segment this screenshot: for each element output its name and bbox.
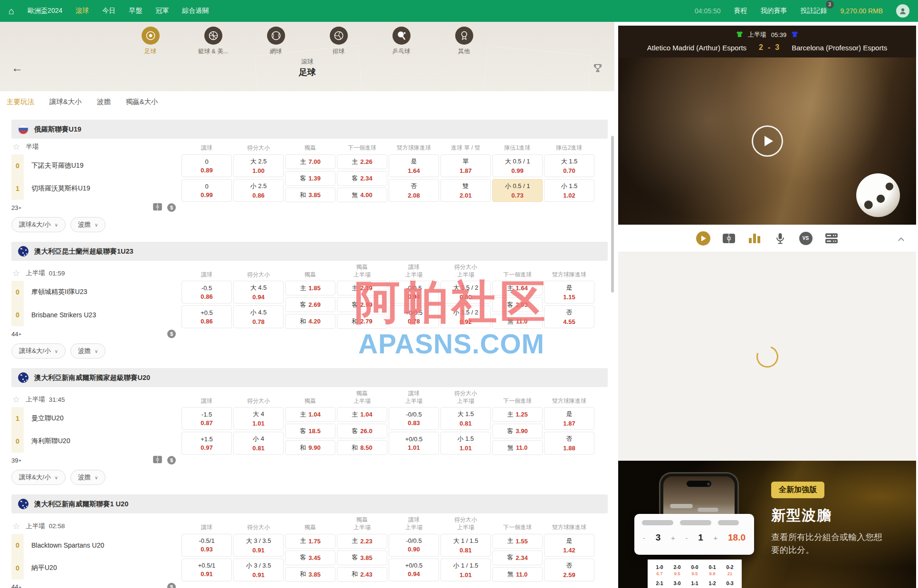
trophy-icon[interactable] xyxy=(581,63,603,73)
home-icon[interactable]: ⌂ xyxy=(9,6,14,17)
user-avatar[interactable] xyxy=(896,4,909,18)
team-name[interactable]: 納平U20 xyxy=(31,557,104,579)
market-tab-3[interactable]: 獨贏&大小 xyxy=(126,97,158,106)
odds-cell[interactable]: 主1.04 xyxy=(337,407,387,422)
match-minute[interactable]: 44▸ xyxy=(11,583,21,588)
odds-cell[interactable]: 主1.55 xyxy=(492,534,543,549)
match-minute[interactable]: 39▸ xyxy=(11,457,21,464)
odds-cell[interactable]: +0/0.51.01 xyxy=(389,432,439,455)
home-plus-button[interactable]: + xyxy=(671,534,675,542)
odds-cell[interactable]: 客2.69 xyxy=(285,297,335,312)
odds-cell[interactable]: 是1.15 xyxy=(544,281,594,303)
sport-tab-soccer[interactable]: 足球 xyxy=(130,27,171,56)
team-name[interactable]: Brisbane Strikers U23 xyxy=(31,303,96,326)
scrollbar-thumb[interactable] xyxy=(611,136,614,293)
team-name[interactable]: 切塔羅沃莫斯科U19 xyxy=(31,177,90,200)
odds-cell[interactable]: 主1.04 xyxy=(285,407,335,422)
odds-cell[interactable]: 客2.34 xyxy=(337,171,387,186)
favorite-star-icon[interactable]: ☆ xyxy=(12,142,20,152)
odds-cell[interactable]: 主1.25 xyxy=(492,407,543,422)
sport-tab-basketball[interactable]: 籃球 & 美... xyxy=(193,27,234,56)
odds-cell[interactable]: 小 2.50.86 xyxy=(233,179,284,202)
commentary-mic-icon[interactable] xyxy=(773,231,788,246)
nav-item-1[interactable]: 滾球 xyxy=(76,7,89,15)
odds-cell[interactable]: 主1.75 xyxy=(285,534,335,549)
sport-tab-other-sport[interactable]: 其他 xyxy=(444,27,485,56)
odds-cell[interactable]: 否2.59 xyxy=(544,559,594,581)
nav-item-0[interactable]: 歐洲盃2024 xyxy=(28,7,62,15)
odds-cell[interactable]: 大 1 / 1.50.81 xyxy=(440,534,491,557)
team-name[interactable]: 摩頓城精英II隊U23 xyxy=(31,281,96,303)
market-dropdown[interactable]: 波膽∨ xyxy=(70,217,105,232)
odds-cell[interactable]: 客2.99 xyxy=(337,297,387,312)
pitch-view-icon[interactable] xyxy=(721,231,736,246)
odds-cell[interactable]: 單1.87 xyxy=(440,154,491,177)
odds-cell[interactable]: +0/0.50.78 xyxy=(389,305,439,328)
favorite-star-icon[interactable]: ☆ xyxy=(12,521,20,531)
odds-cell[interactable]: 是1.87 xyxy=(544,407,594,430)
nav-link-2[interactable]: 投註記錄3 xyxy=(801,7,827,15)
odds-cell[interactable]: 大 1.5 / 20.80 xyxy=(440,281,491,303)
odds-cell[interactable]: 主1.85 xyxy=(285,281,335,295)
favorite-star-icon[interactable]: ☆ xyxy=(12,268,20,278)
league-header[interactable]: 俄羅斯聯賽U19 xyxy=(11,120,608,139)
odds-cell[interactable]: 小 1.51.02 xyxy=(544,179,594,202)
video-play-button[interactable] xyxy=(752,125,783,157)
stream-play-icon[interactable] xyxy=(696,231,711,246)
sport-tab-volleyball[interactable]: 排球 xyxy=(318,27,359,56)
odds-cell[interactable]: 是1.42 xyxy=(544,534,594,557)
sport-tab-table-tennis[interactable]: 乒乓球 xyxy=(381,27,422,56)
nav-item-5[interactable]: 綜合過關 xyxy=(182,7,209,15)
odds-cell[interactable]: 主2.19 xyxy=(337,281,387,295)
odds-cell[interactable]: 和4.20 xyxy=(285,314,335,329)
odds-cell[interactable]: +1.50.97 xyxy=(182,432,232,455)
market-dropdown[interactable]: 波膽∨ xyxy=(70,470,105,485)
odds-cell[interactable]: 和3.85 xyxy=(285,567,335,582)
odds-cell[interactable]: 00.99 xyxy=(182,179,232,202)
team-name[interactable]: Blacktown Spartans U20 xyxy=(31,534,104,557)
odds-cell[interactable]: 和8.50 xyxy=(337,440,387,455)
market-tab-1[interactable]: 讓球&大小 xyxy=(49,97,82,106)
odds-cell[interactable]: 和2.43 xyxy=(337,567,387,582)
nav-link-1[interactable]: 我的賽事 xyxy=(761,7,787,15)
odds-cell[interactable]: -0/0.50.90 xyxy=(389,534,439,557)
cashout-icon[interactable]: $ xyxy=(167,583,176,588)
odds-cell[interactable]: 主2.26 xyxy=(337,154,387,169)
live-video[interactable] xyxy=(618,57,916,225)
odds-cell[interactable]: 小 0.5 / 10.73 xyxy=(492,179,543,202)
favorite-star-icon[interactable]: ☆ xyxy=(12,394,20,405)
odds-cell[interactable]: -0.5/10.93 xyxy=(182,534,232,557)
odds-cell[interactable]: 客18.5 xyxy=(285,424,335,438)
odds-cell[interactable]: 客26.0 xyxy=(337,424,387,438)
away-plus-button[interactable]: + xyxy=(714,534,718,542)
nav-link-0[interactable]: 賽程 xyxy=(734,7,747,15)
nav-item-3[interactable]: 早盤 xyxy=(129,7,142,15)
nav-item-2[interactable]: 今日 xyxy=(102,7,115,15)
match-minute[interactable]: 23▸ xyxy=(11,204,21,211)
league-header[interactable]: 澳大利亞新南威爾斯國家超級聯賽U20 xyxy=(11,368,608,387)
odds-cell[interactable]: 無11.0 xyxy=(492,567,543,582)
cashout-icon[interactable]: $ xyxy=(167,203,176,212)
odds-cell[interactable]: 大 1.50.81 xyxy=(440,407,491,430)
odds-cell[interactable]: 客1.39 xyxy=(285,171,335,186)
pitch-tracker-icon[interactable] xyxy=(153,203,163,213)
odds-cell[interactable]: 主1.64 xyxy=(492,281,543,295)
odds-cell[interactable]: 00.89 xyxy=(182,154,232,177)
odds-cell[interactable]: 小 40.81 xyxy=(233,432,284,455)
odds-cell[interactable]: 大 2.51.00 xyxy=(233,154,284,177)
cashout-icon[interactable]: $ xyxy=(167,456,176,465)
odds-cell[interactable]: 小 1 / 1.51.01 xyxy=(440,559,491,581)
account-balance[interactable]: 9,270.00 RMB xyxy=(841,7,883,15)
team-name[interactable]: 下諾夫哥羅德U19 xyxy=(31,154,90,177)
odds-cell[interactable]: 客2.34 xyxy=(492,550,543,565)
odds-cell[interactable]: 大 3 / 3.50.91 xyxy=(233,534,284,557)
bet-slip-icon[interactable] xyxy=(824,231,839,246)
odds-cell[interactable]: 否1.88 xyxy=(544,432,594,455)
team-name[interactable]: 曼立聯U20 xyxy=(31,407,70,430)
odds-cell[interactable]: 無4.00 xyxy=(337,188,387,202)
promo-banner[interactable]: - 3 + - 1 + 18.0 1-06.72-09.50-09.50-19.… xyxy=(618,461,916,588)
odds-cell[interactable]: 大 0.5 / 10.99 xyxy=(492,154,543,177)
back-button[interactable]: ← xyxy=(11,61,33,75)
odds-cell[interactable]: 大 41.01 xyxy=(233,407,284,430)
stats-chart-icon[interactable] xyxy=(747,231,762,246)
